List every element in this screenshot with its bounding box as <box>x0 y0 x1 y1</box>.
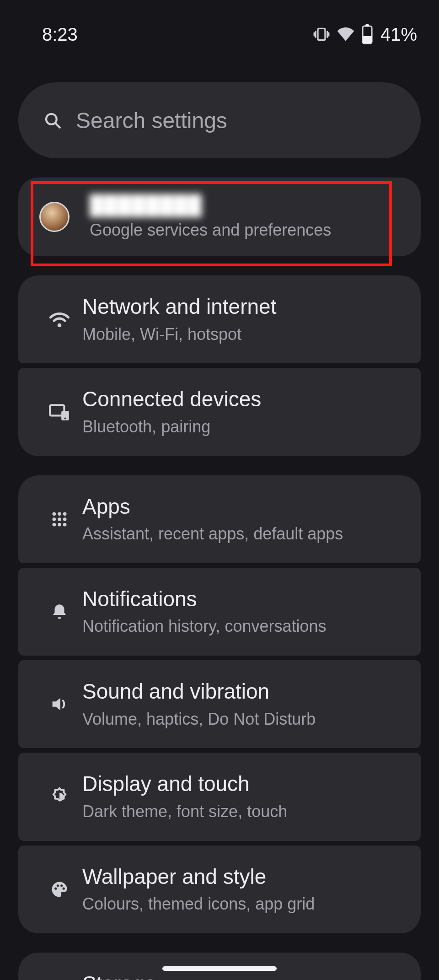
search-icon <box>43 111 62 130</box>
svg-rect-2 <box>365 24 369 27</box>
item-title: Storage <box>82 971 156 980</box>
battery-icon <box>361 24 373 44</box>
item-subtitle: Bluetooth, pairing <box>82 416 261 438</box>
account-item[interactable]: ████████ Google services and preferences <box>18 178 421 256</box>
settings-group-2: Apps Assistant, recent apps, default app… <box>18 475 421 933</box>
status-indicators: 41% <box>313 24 417 45</box>
svg-rect-0 <box>318 28 325 40</box>
svg-point-16 <box>53 523 56 527</box>
item-subtitle: Dark theme, font size, touch <box>82 801 287 823</box>
svg-point-20 <box>57 884 59 887</box>
item-title: Notifications <box>82 586 327 613</box>
bell-icon <box>50 602 69 621</box>
svg-point-12 <box>63 512 67 516</box>
avatar <box>39 202 70 232</box>
settings-item-notifications[interactable]: Notifications Notification history, conv… <box>18 568 421 656</box>
svg-point-9 <box>64 418 66 420</box>
item-title: Network and internet <box>82 294 276 320</box>
item-title: Sound and vibration <box>82 678 316 705</box>
settings-item-network[interactable]: Network and internet Mobile, Wi-Fi, hots… <box>18 275 421 363</box>
devices-icon <box>48 400 71 423</box>
item-subtitle: Volume, haptics, Do Not Disturb <box>82 709 316 730</box>
svg-point-11 <box>58 512 61 516</box>
svg-point-22 <box>63 888 65 890</box>
settings-item-apps[interactable]: Apps Assistant, recent apps, default app… <box>18 475 421 563</box>
settings-item-connected-devices[interactable]: Connected devices Bluetooth, pairing <box>18 368 421 456</box>
settings-group-1: Network and internet Mobile, Wi-Fi, hots… <box>18 275 421 456</box>
search-placeholder: Search settings <box>76 108 227 133</box>
svg-point-6 <box>58 323 62 328</box>
svg-point-17 <box>58 523 61 527</box>
settings-item-sound[interactable]: Sound and vibration Volume, haptics, Do … <box>18 660 421 748</box>
svg-line-5 <box>55 123 60 128</box>
svg-point-10 <box>53 512 56 516</box>
search-settings[interactable]: Search settings <box>18 82 421 158</box>
item-title: Wallpaper and style <box>82 864 315 890</box>
apps-icon <box>50 510 69 528</box>
svg-point-15 <box>63 517 67 521</box>
account-name: ████████ <box>90 194 331 216</box>
svg-rect-3 <box>363 36 372 43</box>
svg-point-18 <box>63 523 67 527</box>
gesture-nav-handle[interactable] <box>162 966 277 971</box>
settings-item-wallpaper[interactable]: Wallpaper and style Colours, themed icon… <box>18 845 421 933</box>
settings-item-display[interactable]: Display and touch Dark theme, font size,… <box>18 753 421 840</box>
item-subtitle: Notification history, conversations <box>82 616 327 637</box>
item-title: Apps <box>82 494 343 520</box>
status-time: 8:23 <box>42 24 78 45</box>
item-title: Display and touch <box>82 771 287 797</box>
item-subtitle: Assistant, recent apps, default apps <box>82 523 343 545</box>
account-group: ████████ Google services and preferences <box>18 178 421 256</box>
item-title: Connected devices <box>82 386 261 413</box>
palette-icon <box>49 879 70 899</box>
volume-icon <box>49 694 70 715</box>
item-subtitle: Mobile, Wi-Fi, hotspot <box>82 324 276 345</box>
svg-point-21 <box>60 884 63 887</box>
item-subtitle: Colours, themed icons, app grid <box>82 894 315 915</box>
svg-point-19 <box>54 888 57 890</box>
vibrate-icon <box>313 26 330 43</box>
svg-point-13 <box>53 517 56 521</box>
battery-percent: 41% <box>380 24 417 45</box>
wifi-status-icon <box>336 24 356 44</box>
account-subtitle: Google services and preferences <box>90 221 331 240</box>
wifi-icon <box>48 307 71 331</box>
svg-point-14 <box>58 517 61 521</box>
brightness-icon <box>49 786 70 808</box>
status-bar: 8:23 41% <box>0 0 439 55</box>
